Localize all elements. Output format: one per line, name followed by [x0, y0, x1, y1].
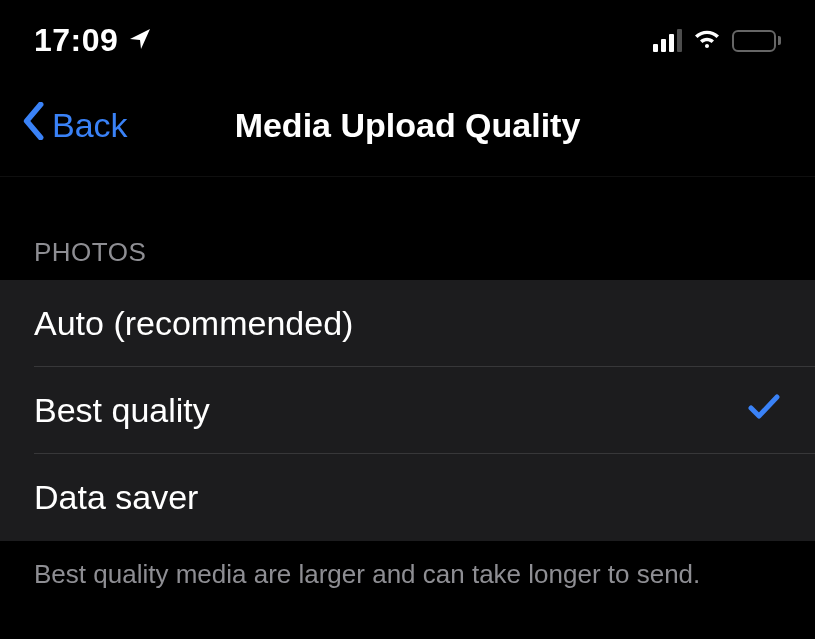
nav-bar: Back Media Upload Quality [0, 77, 815, 177]
section-footer: Best quality media are larger and can ta… [0, 541, 815, 608]
option-auto[interactable]: Auto (recommended) [0, 280, 815, 367]
option-data-saver[interactable]: Data saver [0, 454, 815, 541]
back-button[interactable]: Back [20, 102, 128, 148]
wifi-icon [692, 28, 722, 54]
chevron-left-icon [20, 102, 46, 148]
status-time: 17:09 [34, 22, 118, 59]
status-bar: 17:09 [0, 0, 815, 77]
battery-icon [732, 30, 781, 52]
location-icon [128, 27, 152, 55]
back-label: Back [52, 106, 128, 145]
option-label: Data saver [34, 478, 198, 517]
cellular-signal-icon [653, 29, 682, 52]
options-list: Auto (recommended) Best quality Data sav… [0, 280, 815, 541]
status-right [653, 28, 781, 54]
option-best-quality[interactable]: Best quality [0, 367, 815, 454]
section-header-photos: Photos [0, 177, 815, 280]
option-label: Best quality [34, 391, 210, 430]
option-label: Auto (recommended) [34, 304, 353, 343]
check-icon [747, 391, 781, 430]
status-left: 17:09 [34, 22, 152, 59]
